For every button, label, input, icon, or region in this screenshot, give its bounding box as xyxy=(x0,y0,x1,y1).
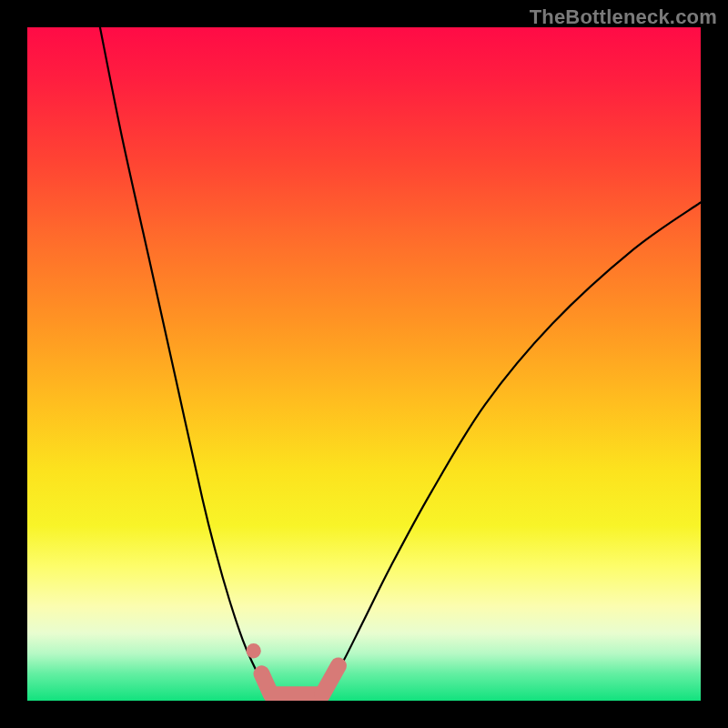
watermark-text: TheBottleneck.com xyxy=(530,5,717,29)
chart-frame: TheBottleneck.com xyxy=(0,0,728,728)
marker-dot xyxy=(247,643,261,658)
marker-right-stub xyxy=(322,666,339,695)
marker-layer xyxy=(27,27,701,701)
plot-area xyxy=(27,27,701,701)
